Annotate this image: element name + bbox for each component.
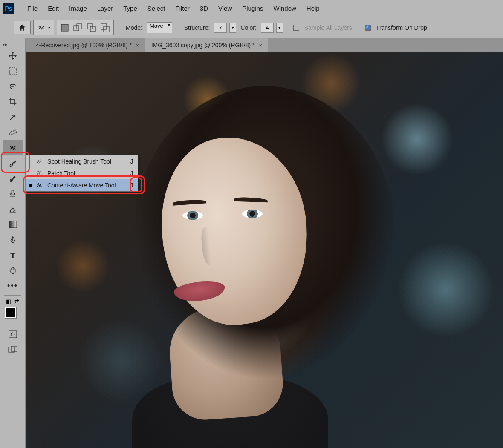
flyout-item-spot-healing[interactable]: Spot Healing Brush Tool J [26, 155, 138, 167]
move-icon [9, 52, 17, 60]
menu-edit[interactable]: Edit [43, 5, 64, 12]
move-tool[interactable] [3, 48, 23, 63]
more-tools[interactable]: ••• [3, 278, 23, 293]
selection-subtract-icon[interactable] [87, 23, 96, 32]
swap-colors-icon[interactable]: ⇄ [14, 298, 19, 304]
crop-tool[interactable] [3, 94, 23, 109]
selection-new-icon[interactable] [61, 23, 69, 32]
selection-add-icon[interactable] [73, 23, 83, 32]
tab-label: 4-Recovered.jpg @ 100% (RGB/8) * [36, 42, 132, 49]
pen-tool[interactable] [3, 232, 23, 247]
mixer-brush-icon [9, 174, 17, 183]
menu-select[interactable]: Select [142, 5, 171, 12]
swatch-controls: ◧ ⇄ [6, 297, 19, 305]
type-tool[interactable] [3, 247, 23, 263]
color-stepper[interactable]: ▾ [276, 23, 283, 33]
home-icon [17, 23, 27, 32]
lasso-icon [8, 82, 17, 91]
svg-rect-14 [37, 159, 42, 164]
move-arrows-icon [8, 144, 17, 152]
svg-point-11 [11, 333, 14, 336]
stamp-icon [9, 190, 17, 198]
gradient-icon [9, 221, 17, 228]
structure-input[interactable]: 7 [214, 23, 227, 33]
menu-help[interactable]: Help [301, 5, 325, 12]
document-canvas[interactable] [26, 52, 503, 448]
flyout-label: Spot Healing Brush Tool [47, 158, 111, 165]
stamp-tool[interactable] [3, 186, 23, 201]
hand-tool[interactable] [3, 263, 23, 278]
svg-rect-9 [9, 221, 17, 228]
flyout-item-content-aware-move[interactable]: Content-Aware Move Tool J [26, 179, 138, 191]
quick-mask-icon [9, 330, 17, 338]
chevron-down-icon[interactable]: ▾ [48, 25, 50, 30]
transform-checkbox[interactable] [365, 25, 371, 31]
brush-tool[interactable] [3, 155, 23, 171]
menu-window[interactable]: Window [268, 5, 301, 12]
eraser-tool[interactable] [3, 201, 23, 217]
menu-plugins[interactable]: Plugins [237, 5, 268, 12]
tab-label: IMG_3600 copy.jpg @ 200% (RGB/8) * [151, 42, 255, 49]
menu-image[interactable]: Image [64, 5, 92, 12]
close-icon[interactable]: × [136, 42, 139, 49]
default-colors-icon[interactable]: ◧ [6, 298, 11, 304]
structure-stepper[interactable]: ▾ [229, 23, 236, 33]
menu-bar: Ps File Edit Image Layer Type Select Fil… [0, 0, 503, 17]
tool-flyout: Spot Healing Brush Tool J Patch Tool J C… [26, 155, 138, 192]
bandage-icon [35, 158, 43, 165]
brush-icon [9, 159, 17, 167]
selected-marker-icon [29, 184, 32, 187]
svg-rect-7 [9, 68, 16, 75]
quick-mask-tool[interactable] [3, 327, 23, 342]
ellipsis-icon: ••• [7, 281, 18, 290]
pen-icon [9, 235, 17, 244]
close-icon[interactable]: × [259, 42, 262, 49]
screen-mode-tool[interactable] [3, 342, 23, 357]
eyedropper-icon [9, 113, 17, 121]
svg-rect-0 [61, 24, 68, 31]
options-drag-handle[interactable]: ⋮⋮ [4, 25, 11, 30]
menu-view[interactable]: View [213, 5, 237, 12]
content-aware-move-tool[interactable] [3, 140, 23, 155]
options-bar: ⋮⋮ ▾ Mode: Move Structure: 7 ▾ Color: 4 … [0, 17, 503, 38]
svg-point-15 [38, 161, 39, 161]
toolbar-expand[interactable]: ▸▸ [0, 41, 10, 48]
mixer-brush-tool[interactable] [3, 171, 23, 186]
menu-file[interactable]: File [22, 5, 43, 12]
foreground-swatch[interactable] [5, 307, 16, 318]
ruler-tool[interactable] [3, 125, 23, 140]
lasso-tool[interactable] [3, 79, 23, 94]
image-content [26, 52, 503, 448]
document-tab[interactable]: 4-Recovered.jpg @ 100% (RGB/8) * × [30, 38, 145, 52]
color-input[interactable]: 4 [261, 23, 274, 33]
eraser-icon [9, 205, 17, 213]
flyout-shortcut: J [120, 182, 133, 189]
patch-icon [35, 170, 43, 177]
selection-mode-group [57, 20, 114, 35]
gradient-tool[interactable] [3, 217, 23, 232]
selection-intersect-icon[interactable] [101, 23, 110, 32]
home-button[interactable] [14, 21, 31, 34]
marquee-icon [9, 67, 17, 75]
menu-3d[interactable]: 3D [195, 5, 213, 12]
menu-type[interactable]: Type [118, 5, 142, 12]
transform-label: Transform On Drop [376, 24, 427, 31]
eyedropper-tool[interactable] [3, 109, 23, 125]
hand-icon [8, 266, 17, 275]
svg-rect-8 [9, 130, 17, 135]
svg-rect-2 [77, 24, 82, 29]
flyout-item-patch[interactable]: Patch Tool J [26, 167, 138, 179]
ruler-icon [8, 128, 17, 137]
mode-select[interactable]: Move [147, 22, 172, 33]
color-swatches[interactable] [5, 307, 20, 322]
screen-mode-icon [8, 346, 17, 353]
svg-point-16 [40, 161, 40, 161]
marquee-tool[interactable] [3, 63, 23, 79]
sample-all-checkbox[interactable] [293, 25, 299, 31]
document-tab[interactable]: IMG_3600 copy.jpg @ 200% (RGB/8) * × [145, 38, 268, 52]
flyout-shortcut: J [120, 158, 133, 165]
sample-all-label: Sample All Layers [304, 24, 352, 31]
menu-layer[interactable]: Layer [92, 5, 119, 12]
menu-filter[interactable]: Filter [171, 5, 195, 12]
flyout-label: Patch Tool [47, 170, 75, 177]
